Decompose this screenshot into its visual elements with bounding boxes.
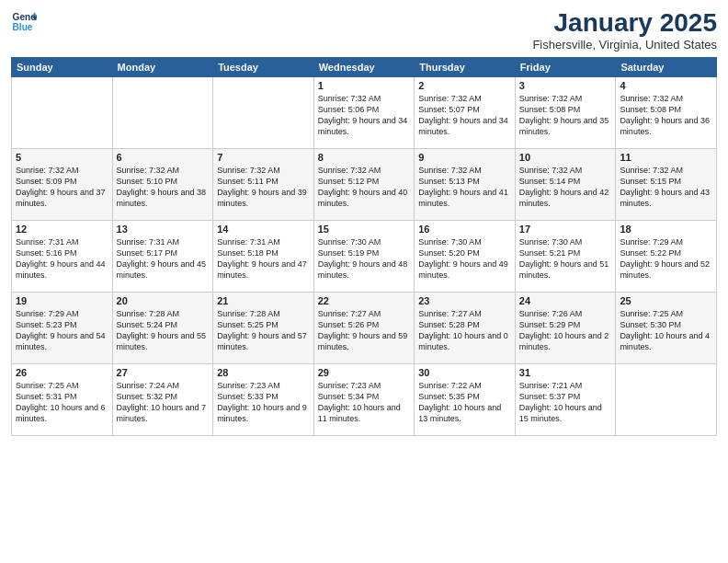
weekday-header-sunday: Sunday [12,57,113,76]
svg-text:General: General [13,12,37,22]
day-cell: 30Sunrise: 7:22 AM Sunset: 5:35 PM Dayli… [415,363,516,435]
day-cell: 28Sunrise: 7:23 AM Sunset: 5:33 PM Dayli… [213,363,314,435]
month-title: January 2025 [532,9,717,38]
day-number: 6 [117,152,210,163]
day-number: 16 [418,224,511,235]
day-info: Sunrise: 7:28 AM Sunset: 5:24 PM Dayligh… [117,308,210,353]
day-number: 4 [620,80,712,91]
day-number: 19 [16,295,108,306]
logo: General Blue [11,9,37,35]
day-cell: 17Sunrise: 7:30 AM Sunset: 5:21 PM Dayli… [515,220,616,292]
day-number: 17 [519,224,612,235]
day-number: 23 [418,295,511,306]
day-number: 14 [217,224,310,235]
day-number: 22 [318,295,411,306]
day-info: Sunrise: 7:25 AM Sunset: 5:31 PM Dayligh… [16,380,108,425]
day-cell: 5Sunrise: 7:32 AM Sunset: 5:09 PM Daylig… [12,148,113,220]
day-info: Sunrise: 7:32 AM Sunset: 5:06 PM Dayligh… [318,93,411,138]
day-info: Sunrise: 7:22 AM Sunset: 5:35 PM Dayligh… [418,380,511,425]
day-info: Sunrise: 7:27 AM Sunset: 5:28 PM Dayligh… [418,308,511,353]
day-cell: 24Sunrise: 7:26 AM Sunset: 5:29 PM Dayli… [515,292,616,363]
day-number: 3 [519,80,612,91]
day-info: Sunrise: 7:32 AM Sunset: 5:08 PM Dayligh… [620,93,712,138]
weekday-header-monday: Monday [112,57,213,76]
day-number: 15 [318,224,411,235]
day-cell: 25Sunrise: 7:25 AM Sunset: 5:30 PM Dayli… [616,292,717,363]
day-number: 7 [217,152,310,163]
day-number: 13 [117,224,210,235]
day-info: Sunrise: 7:31 AM Sunset: 5:16 PM Dayligh… [16,236,108,282]
weekday-header-thursday: Thursday [415,57,516,76]
day-number: 8 [318,152,411,163]
day-number: 24 [519,295,612,306]
weekday-header-wednesday: Wednesday [313,57,415,76]
day-number: 12 [16,224,108,235]
week-row-4: 19Sunrise: 7:29 AM Sunset: 5:23 PM Dayli… [12,292,717,363]
day-cell: 13Sunrise: 7:31 AM Sunset: 5:17 PM Dayli… [112,220,213,292]
day-info: Sunrise: 7:29 AM Sunset: 5:22 PM Dayligh… [620,236,712,282]
day-number: 21 [217,295,310,306]
day-cell: 15Sunrise: 7:30 AM Sunset: 5:19 PM Dayli… [313,220,415,292]
day-info: Sunrise: 7:27 AM Sunset: 5:26 PM Dayligh… [318,308,411,353]
day-cell: 23Sunrise: 7:27 AM Sunset: 5:28 PM Dayli… [415,292,516,363]
day-cell: 3Sunrise: 7:32 AM Sunset: 5:08 PM Daylig… [515,76,616,148]
day-cell: 14Sunrise: 7:31 AM Sunset: 5:18 PM Dayli… [213,220,314,292]
day-cell: 27Sunrise: 7:24 AM Sunset: 5:32 PM Dayli… [112,363,213,435]
weekday-header-saturday: Saturday [616,57,717,76]
day-cell: 21Sunrise: 7:28 AM Sunset: 5:25 PM Dayli… [213,292,314,363]
day-number: 9 [418,152,511,163]
day-cell: 12Sunrise: 7:31 AM Sunset: 5:16 PM Dayli… [12,220,113,292]
week-row-5: 26Sunrise: 7:25 AM Sunset: 5:31 PM Dayli… [12,363,717,435]
day-number: 5 [16,152,108,163]
day-cell: 2Sunrise: 7:32 AM Sunset: 5:07 PM Daylig… [415,76,516,148]
day-number: 27 [117,367,210,378]
day-cell: 4Sunrise: 7:32 AM Sunset: 5:08 PM Daylig… [616,76,717,148]
day-info: Sunrise: 7:32 AM Sunset: 5:12 PM Dayligh… [318,165,411,210]
day-number: 18 [620,224,712,235]
day-cell [213,76,314,148]
day-info: Sunrise: 7:31 AM Sunset: 5:17 PM Dayligh… [117,236,210,282]
weekday-header-tuesday: Tuesday [213,57,314,76]
day-info: Sunrise: 7:32 AM Sunset: 5:09 PM Dayligh… [16,165,108,210]
logo-icon: General Blue [11,9,37,35]
weekday-header-row: SundayMondayTuesdayWednesdayThursdayFrid… [12,57,717,76]
day-info: Sunrise: 7:31 AM Sunset: 5:18 PM Dayligh… [217,236,310,282]
day-cell [616,363,717,435]
day-number: 1 [318,80,411,91]
day-cell: 16Sunrise: 7:30 AM Sunset: 5:20 PM Dayli… [415,220,516,292]
day-number: 20 [117,295,210,306]
calendar-table: SundayMondayTuesdayWednesdayThursdayFrid… [11,57,717,436]
day-info: Sunrise: 7:32 AM Sunset: 5:08 PM Dayligh… [519,93,612,138]
day-info: Sunrise: 7:29 AM Sunset: 5:23 PM Dayligh… [16,308,108,353]
day-info: Sunrise: 7:30 AM Sunset: 5:19 PM Dayligh… [318,236,411,282]
day-cell: 10Sunrise: 7:32 AM Sunset: 5:14 PM Dayli… [515,148,616,220]
day-cell [12,76,113,148]
day-cell: 9Sunrise: 7:32 AM Sunset: 5:13 PM Daylig… [415,148,516,220]
page-container: General Blue January 2025 Fishersville, … [0,0,728,445]
day-info: Sunrise: 7:32 AM Sunset: 5:13 PM Dayligh… [418,165,511,210]
day-number: 29 [318,367,411,378]
day-cell: 6Sunrise: 7:32 AM Sunset: 5:10 PM Daylig… [112,148,213,220]
day-number: 25 [620,295,712,306]
day-cell: 7Sunrise: 7:32 AM Sunset: 5:11 PM Daylig… [213,148,314,220]
day-number: 26 [16,367,108,378]
day-info: Sunrise: 7:32 AM Sunset: 5:11 PM Dayligh… [217,165,310,210]
day-cell: 18Sunrise: 7:29 AM Sunset: 5:22 PM Dayli… [616,220,717,292]
day-info: Sunrise: 7:32 AM Sunset: 5:15 PM Dayligh… [620,165,712,210]
day-info: Sunrise: 7:25 AM Sunset: 5:30 PM Dayligh… [620,308,712,353]
day-info: Sunrise: 7:24 AM Sunset: 5:32 PM Dayligh… [117,380,210,425]
day-number: 31 [519,367,612,378]
day-number: 11 [620,152,712,163]
day-cell: 26Sunrise: 7:25 AM Sunset: 5:31 PM Dayli… [12,363,113,435]
day-info: Sunrise: 7:23 AM Sunset: 5:33 PM Dayligh… [217,380,310,425]
day-info: Sunrise: 7:26 AM Sunset: 5:29 PM Dayligh… [519,308,612,353]
day-info: Sunrise: 7:30 AM Sunset: 5:21 PM Dayligh… [519,236,612,282]
header: General Blue January 2025 Fishersville, … [11,9,717,52]
week-row-1: 1Sunrise: 7:32 AM Sunset: 5:06 PM Daylig… [12,76,717,148]
day-info: Sunrise: 7:32 AM Sunset: 5:10 PM Dayligh… [117,165,210,210]
day-info: Sunrise: 7:28 AM Sunset: 5:25 PM Dayligh… [217,308,310,353]
day-info: Sunrise: 7:21 AM Sunset: 5:37 PM Dayligh… [519,380,612,425]
day-info: Sunrise: 7:23 AM Sunset: 5:34 PM Dayligh… [318,380,411,425]
week-row-2: 5Sunrise: 7:32 AM Sunset: 5:09 PM Daylig… [12,148,717,220]
day-cell: 11Sunrise: 7:32 AM Sunset: 5:15 PM Dayli… [616,148,717,220]
